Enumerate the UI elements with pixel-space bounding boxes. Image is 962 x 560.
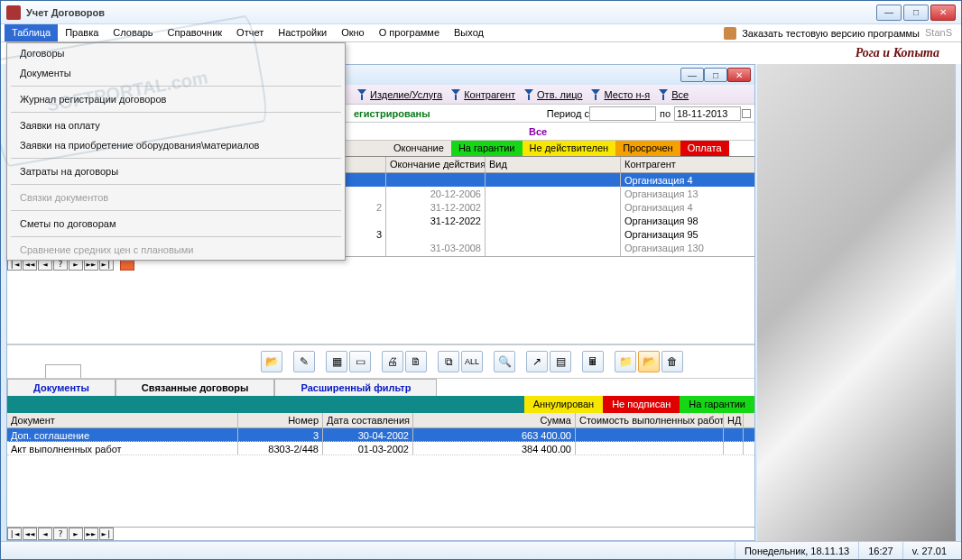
dd-dogovory[interactable]: Договоры [7, 43, 345, 63]
edit-icon[interactable]: ✎ [293, 351, 315, 372]
order-test-link[interactable]: Заказать тестовую версию программы [724, 24, 920, 41]
vse-tab[interactable]: Все [529, 126, 547, 137]
filter-vse[interactable]: Все [671, 89, 689, 100]
window-title: Учет Договоров [26, 7, 876, 18]
package-icon [724, 27, 736, 40]
menu-tablica[interactable]: Таблица [5, 24, 58, 41]
nav2-nextfast[interactable]: ►► [84, 528, 98, 540]
child-minimize-button[interactable]: — [680, 68, 704, 82]
filter-izdelie[interactable]: Изделие/Услуга [370, 89, 442, 100]
status-chips-strip: Аннулирован Не подписан На гарантии [7, 396, 754, 413]
folder-open-icon[interactable]: 📂 [261, 351, 282, 372]
g2-col-nd[interactable]: НД [724, 413, 744, 427]
app-icon [6, 5, 21, 20]
dd-sep [11, 184, 341, 185]
calendar-icon[interactable] [742, 109, 751, 118]
period-to-input[interactable] [674, 106, 741, 121]
filter-kontragent[interactable]: Контрагент [464, 89, 515, 100]
status-garant[interactable]: На гарантии [451, 141, 523, 156]
col-ctr-header[interactable]: Контрагент [621, 157, 755, 172]
nav2-next[interactable]: ► [69, 528, 83, 540]
status-oplata[interactable]: Оплата [680, 141, 729, 156]
select-icon[interactable]: ▭ [349, 351, 371, 372]
status-nedeist[interactable]: Не действителен [523, 141, 616, 156]
dd-zayavki-oplata[interactable]: Заявки на оплату [7, 115, 345, 135]
child-close-button[interactable]: ✕ [727, 68, 751, 82]
menu-slovar[interactable]: Словарь [106, 24, 160, 41]
dd-zatraty[interactable]: Затраты на договоры [7, 161, 345, 181]
chip-nep[interactable]: Не подписан [603, 396, 680, 413]
menu-about[interactable]: О программе [372, 24, 447, 41]
nav2-last[interactable]: ►| [99, 528, 114, 540]
funnel-icon[interactable] [659, 89, 668, 100]
status-day: Понедельник, 18.11.13 [735, 542, 858, 559]
tablica-dropdown: Договоры Документы Журнал регистрации до… [6, 42, 346, 261]
funnel-icon[interactable] [357, 89, 366, 100]
col-vid-header[interactable]: Вид [486, 157, 621, 172]
lower-tabs: Документы Связанные договоры Расширенный… [7, 379, 754, 396]
export-icon[interactable]: ↗ [526, 351, 548, 372]
funnel-icon[interactable] [591, 89, 600, 100]
g2-col-doc[interactable]: Документ [7, 413, 238, 427]
status-bar: Понедельник, 18.11.13 16:27 v. 27.01 [1, 541, 961, 559]
period-po: по [656, 108, 674, 119]
nav2-prevfast[interactable]: ◄◄ [23, 528, 37, 540]
registered-label: егистрированы [354, 108, 430, 119]
nav2-prev[interactable]: ◄ [38, 528, 52, 540]
g2-col-num[interactable]: Номер [238, 413, 323, 427]
menu-bar: Таблица Правка Словарь Справочник Отчет … [1, 24, 961, 42]
tab-linked[interactable]: Связанные договоры [116, 379, 275, 396]
nav2-q[interactable]: ? [53, 528, 68, 540]
title-bar: Учет Договоров — □ ✕ [1, 1, 961, 24]
funnel-icon[interactable] [451, 89, 460, 100]
menu-otchet[interactable]: Отчет [229, 24, 271, 41]
dd-zayavki-priobretenie[interactable]: Заявки на приобретение оборудования\мате… [7, 135, 345, 155]
folder1-icon[interactable]: 📁 [615, 351, 636, 372]
status-prosr[interactable]: Просрочен [615, 141, 680, 156]
folder-open2-icon[interactable]: 📂 [638, 351, 660, 372]
table-row[interactable]: Акт выполненных работ8303-2/44801-03-200… [7, 442, 754, 455]
search-icon[interactable]: 🔍 [494, 351, 515, 372]
print-icon[interactable]: 🖨 [382, 351, 403, 372]
tab-documents[interactable]: Документы [7, 379, 116, 396]
dd-documenty[interactable]: Документы [7, 63, 345, 83]
close-button[interactable]: ✕ [930, 5, 956, 21]
status-okonchanie[interactable]: Окончание [386, 141, 451, 156]
dd-sep [11, 112, 341, 113]
tab-filter[interactable]: Расширенный фильтр [274, 379, 437, 396]
child-maximize-button[interactable]: □ [704, 68, 727, 82]
status-ver: v. 27.01 [902, 542, 956, 559]
g2-col-cost[interactable]: Стоимость выполненных работ [576, 413, 724, 427]
copy-icon[interactable]: ⧉ [438, 351, 459, 372]
period-from-input[interactable] [589, 106, 656, 121]
dd-sep [11, 86, 341, 87]
maximize-button[interactable]: □ [903, 5, 929, 21]
funnel-icon[interactable] [524, 89, 533, 100]
calc-icon[interactable]: 🖩 [582, 351, 604, 372]
delete-icon[interactable]: 🗑 [661, 351, 683, 372]
menu-pravka[interactable]: Правка [58, 24, 106, 41]
minimize-button[interactable]: — [876, 5, 902, 21]
view-icon[interactable]: ▦ [326, 351, 347, 372]
status-time: 16:27 [858, 542, 902, 559]
dd-journal[interactable]: Журнал регистрации договоров [7, 89, 345, 109]
col-end-header[interactable]: Окончание действия [386, 157, 486, 172]
grid2-body[interactable]: Доп. соглашение330-04-2002663 400.00Акт … [7, 428, 754, 527]
dd-smety[interactable]: Сметы по договорам [7, 214, 345, 234]
g2-col-sum[interactable]: Сумма [413, 413, 576, 427]
g2-col-date[interactable]: Дата составления [323, 413, 413, 427]
all-button[interactable]: ALL [461, 351, 483, 372]
database-icon[interactable]: ▤ [550, 351, 571, 372]
menu-spravochnik[interactable]: Справочник [161, 24, 230, 41]
table-row[interactable]: Доп. соглашение330-04-2002663 400.00 [7, 428, 754, 442]
print-preview-icon[interactable]: 🗎 [405, 351, 427, 372]
chip-gar[interactable]: На гарантии [680, 396, 754, 413]
nav2-first[interactable]: |◄ [7, 528, 22, 540]
filter-mesto[interactable]: Место н-я [604, 89, 650, 100]
menu-exit[interactable]: Выход [447, 24, 491, 41]
menu-okno[interactable]: Окно [334, 24, 372, 41]
chip-ann[interactable]: Аннулирован [524, 396, 603, 413]
filter-otv[interactable]: Отв. лицо [537, 89, 582, 100]
app-window: Учет Договоров — □ ✕ Таблица Правка Слов… [0, 0, 962, 560]
menu-nastroiki[interactable]: Настройки [271, 24, 334, 41]
